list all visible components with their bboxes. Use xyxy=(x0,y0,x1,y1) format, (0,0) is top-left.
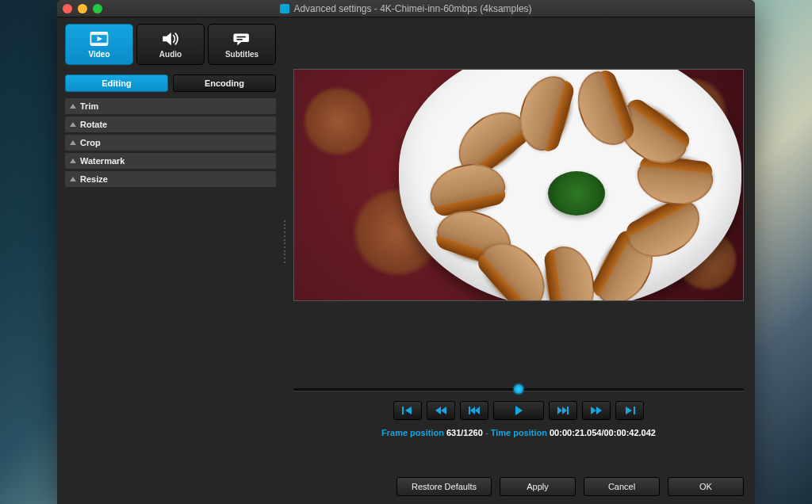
frame-position-value: 631/1260 xyxy=(446,428,483,437)
video-icon xyxy=(89,30,109,48)
preview-area xyxy=(293,69,744,301)
svg-marker-20 xyxy=(626,407,632,414)
cancel-button[interactable]: Cancel xyxy=(584,477,660,496)
tab-audio[interactable]: Audio xyxy=(136,24,205,65)
status-separator: - xyxy=(485,428,491,437)
step-back-icon xyxy=(467,406,481,415)
tab-video[interactable]: Video xyxy=(65,24,133,65)
play-button[interactable] xyxy=(493,401,544,420)
dialog-footer: Restore Defaults Apply Cancel OK xyxy=(396,477,744,496)
svg-rect-7 xyxy=(402,407,404,414)
chevron-up-icon xyxy=(70,177,76,181)
time-position-value: 00:00:21.054/00:00:42.042 xyxy=(550,428,656,437)
svg-marker-14 xyxy=(515,406,523,415)
subtab-editing[interactable]: Editing xyxy=(65,74,168,92)
tab-video-label: Video xyxy=(88,50,109,59)
step-forward-icon xyxy=(556,406,570,415)
step-back-button[interactable] xyxy=(460,401,488,420)
main-panel: Frame position 631/1260 - Time position … xyxy=(284,17,755,504)
sidebar: Video Audio Subtitles xyxy=(57,17,284,504)
tab-audio-label: Audio xyxy=(159,50,182,59)
app-icon xyxy=(280,4,289,13)
time-position-label: Time position xyxy=(491,428,547,437)
accordion-rotate[interactable]: Rotate xyxy=(65,116,276,132)
fast-forward-icon xyxy=(589,406,603,415)
skip-start-icon xyxy=(400,406,415,415)
chevron-up-icon xyxy=(70,140,76,145)
frame-position-label: Frame position xyxy=(381,428,444,437)
svg-rect-21 xyxy=(634,407,635,414)
tab-subtitles[interactable]: Subtitles xyxy=(208,24,276,65)
rewind-icon xyxy=(434,406,448,415)
svg-marker-8 xyxy=(405,407,412,414)
go-to-end-button[interactable] xyxy=(615,401,644,420)
fast-forward-button[interactable] xyxy=(582,401,611,420)
accordion-watermark[interactable]: Watermark xyxy=(65,153,276,169)
chevron-up-icon xyxy=(70,104,76,109)
svg-rect-2 xyxy=(90,43,107,45)
svg-marker-4 xyxy=(163,32,171,45)
accordion-trim[interactable]: Trim xyxy=(65,98,276,114)
window-minimize-button[interactable] xyxy=(78,4,87,13)
timeline-thumb[interactable] xyxy=(514,384,523,394)
accordion-resize[interactable]: Resize xyxy=(65,171,276,187)
svg-marker-10 xyxy=(441,407,446,414)
svg-rect-5 xyxy=(237,36,246,38)
ok-button[interactable]: OK xyxy=(668,477,744,496)
window-title: Advanced settings - 4K-Chimei-inn-60mbps… xyxy=(293,3,531,14)
accordion-label: Crop xyxy=(80,138,101,147)
svg-marker-16 xyxy=(562,407,567,414)
timeline-scrubber[interactable] xyxy=(293,385,744,393)
apply-button[interactable]: Apply xyxy=(500,477,576,496)
subtitles-icon xyxy=(232,30,252,48)
accordion: Trim Rotate Crop Watermark Resize xyxy=(65,98,276,187)
playback-controls xyxy=(293,401,744,420)
accordion-label: Resize xyxy=(80,174,108,184)
svg-rect-11 xyxy=(469,407,470,414)
main-tab-row: Video Audio Subtitles xyxy=(65,24,276,65)
window-maximize-button[interactable] xyxy=(93,4,102,13)
sub-tab-row: Editing Encoding xyxy=(65,74,276,92)
go-to-start-button[interactable] xyxy=(393,401,422,420)
accordion-crop[interactable]: Crop xyxy=(65,135,276,151)
window-close-button[interactable] xyxy=(63,4,72,13)
svg-marker-12 xyxy=(470,407,475,414)
restore-defaults-button[interactable]: Restore Defaults xyxy=(396,477,492,496)
app-window: Advanced settings - 4K-Chimei-inn-60mbps… xyxy=(57,0,755,504)
svg-rect-1 xyxy=(90,32,107,35)
svg-marker-13 xyxy=(475,407,480,414)
accordion-label: Trim xyxy=(80,101,98,111)
skip-end-icon xyxy=(622,406,637,415)
svg-rect-6 xyxy=(237,39,243,40)
svg-marker-3 xyxy=(98,36,103,42)
accordion-label: Rotate xyxy=(80,120,107,129)
svg-marker-19 xyxy=(596,407,602,414)
audio-icon xyxy=(160,30,181,48)
svg-marker-9 xyxy=(435,407,441,414)
subtab-encoding[interactable]: Encoding xyxy=(173,74,276,92)
titlebar: Advanced settings - 4K-Chimei-inn-60mbps… xyxy=(57,0,755,17)
svg-marker-15 xyxy=(557,407,562,414)
playback-status: Frame position 631/1260 - Time position … xyxy=(293,428,744,437)
play-icon xyxy=(513,406,524,415)
chevron-up-icon xyxy=(70,122,76,127)
rewind-button[interactable] xyxy=(427,401,455,420)
step-forward-button[interactable] xyxy=(549,401,577,420)
chevron-up-icon xyxy=(70,158,76,163)
accordion-label: Watermark xyxy=(80,156,124,166)
svg-rect-17 xyxy=(567,407,569,414)
svg-marker-18 xyxy=(591,407,596,414)
window-body: Video Audio Subtitles xyxy=(57,17,755,504)
tab-subtitles-label: Subtitles xyxy=(225,50,259,59)
